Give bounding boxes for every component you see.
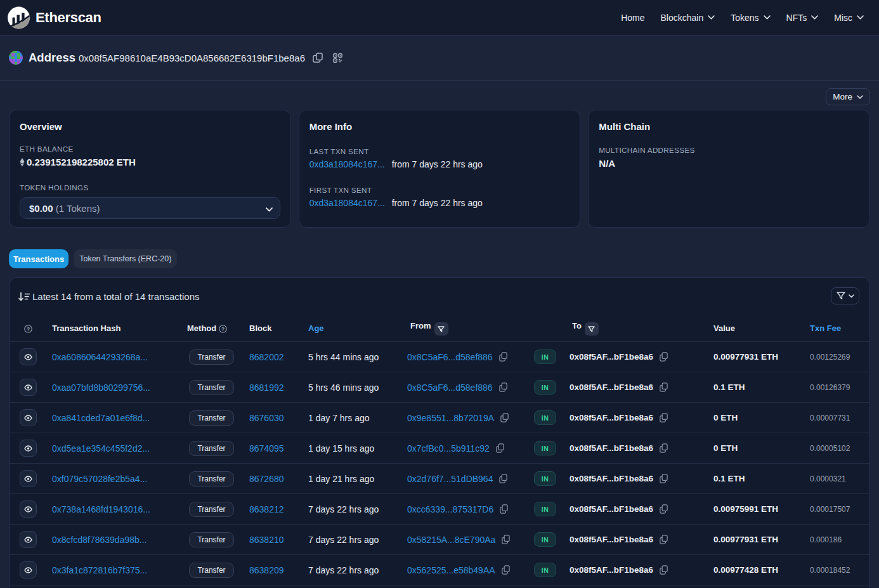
svg-text:?: ? xyxy=(27,326,30,332)
svg-text:?: ? xyxy=(221,326,225,332)
